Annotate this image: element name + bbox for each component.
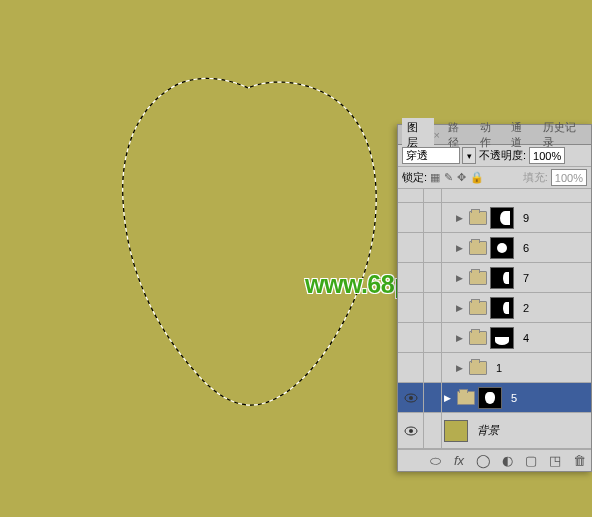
layer-row[interactable]: ▶ 6 xyxy=(398,233,591,263)
layers-panel: 图层 × 路径 动作 通道 历史记录 穿透 ▾ 不透明度: 100% 锁定: ▦… xyxy=(397,124,592,472)
link-col xyxy=(424,203,442,232)
lock-paint-icon[interactable]: ✎ xyxy=(444,171,453,184)
visibility-toggle[interactable] xyxy=(398,233,424,262)
panel-tabs: 图层 × 路径 动作 通道 历史记录 xyxy=(398,125,591,145)
layer-row[interactable]: ▶ 2 xyxy=(398,293,591,323)
layer-thumb[interactable] xyxy=(444,420,468,442)
link-col xyxy=(424,353,442,382)
layer-name[interactable]: 2 xyxy=(517,302,529,314)
delete-layer-icon[interactable]: 🗑 xyxy=(571,453,587,468)
layer-name[interactable]: 6 xyxy=(517,242,529,254)
folder-icon xyxy=(469,301,487,315)
layer-mask-thumb[interactable] xyxy=(490,297,514,319)
layer-name[interactable]: 4 xyxy=(517,332,529,344)
lock-all-icon[interactable]: 🔒 xyxy=(470,171,484,184)
visibility-toggle[interactable] xyxy=(398,189,424,202)
visibility-toggle[interactable] xyxy=(398,323,424,352)
expand-arrow[interactable]: ▶ xyxy=(444,393,454,403)
link-col xyxy=(424,323,442,352)
folder-icon xyxy=(469,361,487,375)
eye-icon xyxy=(404,393,418,403)
layer-name[interactable]: 背景 xyxy=(471,423,499,438)
svg-point-3 xyxy=(409,429,413,433)
layer-mask-thumb[interactable] xyxy=(478,387,502,409)
fill-label: 填充: xyxy=(523,170,548,185)
adjustment-layer-icon[interactable]: ◐ xyxy=(499,453,515,468)
layer-row-selected[interactable]: ▶ 5 xyxy=(398,383,591,413)
layer-name[interactable]: 9 xyxy=(517,212,529,224)
expand-arrow[interactable]: ▶ xyxy=(456,213,466,223)
opacity-value[interactable]: 100% xyxy=(529,147,565,164)
eye-icon xyxy=(404,426,418,436)
visibility-toggle[interactable] xyxy=(398,293,424,322)
expand-arrow[interactable]: ▶ xyxy=(456,363,466,373)
layer-row[interactable]: ▶ 1 xyxy=(398,353,591,383)
lock-label: 锁定: xyxy=(402,170,427,185)
link-layers-icon[interactable]: ⬭ xyxy=(427,453,443,469)
expand-arrow[interactable]: ▶ xyxy=(456,333,466,343)
link-col xyxy=(424,293,442,322)
layer-name[interactable]: 1 xyxy=(490,362,502,374)
layer-mask-thumb[interactable] xyxy=(490,237,514,259)
layer-mask-thumb[interactable] xyxy=(490,327,514,349)
link-col xyxy=(424,263,442,292)
visibility-toggle[interactable] xyxy=(398,353,424,382)
lock-transparency-icon[interactable]: ▦ xyxy=(430,171,440,184)
fx-icon[interactable]: fx xyxy=(451,453,467,468)
layer-row[interactable]: ▶ 4 xyxy=(398,323,591,353)
new-group-icon[interactable]: ▢ xyxy=(523,453,539,468)
visibility-toggle[interactable] xyxy=(398,413,424,448)
layer-name[interactable]: 7 xyxy=(517,272,529,284)
tab-separator: × xyxy=(434,129,440,141)
blend-opacity-row: 穿透 ▾ 不透明度: 100% xyxy=(398,145,591,167)
selection-marquee xyxy=(108,70,388,410)
layer-row-background[interactable]: 背景 xyxy=(398,413,591,449)
blend-mode-arrow[interactable]: ▾ xyxy=(462,147,476,164)
expand-arrow[interactable]: ▶ xyxy=(456,273,466,283)
blend-mode-select[interactable]: 穿透 xyxy=(402,147,460,164)
expand-arrow[interactable]: ▶ xyxy=(456,243,466,253)
folder-icon xyxy=(469,331,487,345)
link-col xyxy=(424,383,442,412)
fill-value[interactable]: 100% xyxy=(551,169,587,186)
layer-name[interactable]: 5 xyxy=(505,392,517,404)
link-col xyxy=(424,189,442,202)
folder-icon xyxy=(469,271,487,285)
lock-fill-row: 锁定: ▦ ✎ ✥ 🔒 填充: 100% xyxy=(398,167,591,189)
layer-row-partial[interactable] xyxy=(398,189,591,203)
opacity-label: 不透明度: xyxy=(479,148,526,163)
link-col xyxy=(424,233,442,262)
folder-icon xyxy=(469,241,487,255)
folder-icon xyxy=(457,391,475,405)
layer-row[interactable]: ▶ 9 xyxy=(398,203,591,233)
add-mask-icon[interactable]: ◯ xyxy=(475,453,491,468)
layers-list: ▶ 9 ▶ 6 ▶ 7 xyxy=(398,189,591,449)
visibility-toggle[interactable] xyxy=(398,263,424,292)
layer-mask-thumb[interactable] xyxy=(490,207,514,229)
new-layer-icon[interactable]: ◳ xyxy=(547,453,563,468)
layer-mask-thumb[interactable] xyxy=(490,267,514,289)
link-col xyxy=(424,413,442,448)
layer-row[interactable]: ▶ 7 xyxy=(398,263,591,293)
expand-arrow[interactable]: ▶ xyxy=(456,303,466,313)
lock-icons: ▦ ✎ ✥ 🔒 xyxy=(430,171,484,184)
lock-position-icon[interactable]: ✥ xyxy=(457,171,466,184)
tab-actions[interactable]: 动作 xyxy=(475,118,507,152)
panel-footer: ⬭ fx ◯ ◐ ▢ ◳ 🗑 xyxy=(398,449,591,471)
visibility-toggle[interactable] xyxy=(398,383,424,412)
visibility-toggle[interactable] xyxy=(398,203,424,232)
svg-point-1 xyxy=(409,396,413,400)
folder-icon xyxy=(469,211,487,225)
